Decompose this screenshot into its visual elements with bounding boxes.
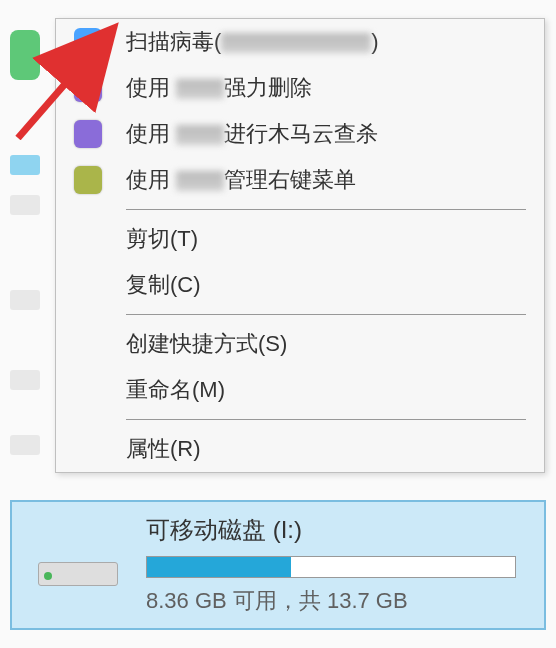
drive-title: 可移动磁盘 (I:) bbox=[146, 514, 528, 546]
app-icon bbox=[74, 166, 102, 194]
drive-item-removable-disk[interactable]: 可移动磁盘 (I:) 8.36 GB 可用，共 13.7 GB bbox=[10, 500, 546, 630]
menu-item-label: 属性(R) bbox=[126, 434, 201, 464]
app-icon bbox=[74, 74, 102, 102]
menu-item-create-shortcut[interactable]: 创建快捷方式(S) bbox=[56, 321, 544, 367]
shield-icon bbox=[74, 28, 102, 56]
menu-item-cut[interactable]: 剪切(T) bbox=[56, 216, 544, 262]
drive-usage-bar bbox=[146, 556, 516, 578]
menu-item-copy[interactable]: 复制(C) bbox=[56, 262, 544, 308]
menu-item-label: 重命名(M) bbox=[126, 375, 225, 405]
menu-item-properties[interactable]: 属性(R) bbox=[56, 426, 544, 472]
removable-disk-icon bbox=[38, 540, 118, 590]
menu-item-label: 使用 管理右键菜单 bbox=[126, 165, 356, 195]
app-icon bbox=[74, 120, 102, 148]
bg-drive-stub bbox=[10, 370, 40, 390]
drive-stats: 8.36 GB 可用，共 13.7 GB bbox=[146, 586, 528, 616]
menu-item-label: 使用 强力删除 bbox=[126, 73, 312, 103]
bg-drive-stub bbox=[10, 290, 40, 310]
menu-item-label: 扫描病毒() bbox=[126, 27, 379, 57]
menu-separator bbox=[126, 419, 526, 420]
menu-separator bbox=[126, 314, 526, 315]
drive-usage-fill bbox=[147, 557, 291, 577]
menu-item-label: 剪切(T) bbox=[126, 224, 198, 254]
bg-drive-stub bbox=[10, 30, 40, 80]
menu-item-rename[interactable]: 重命名(M) bbox=[56, 367, 544, 413]
menu-separator bbox=[126, 209, 526, 210]
menu-item-manage-context-menu[interactable]: 使用 管理右键菜单 bbox=[56, 157, 544, 203]
menu-item-label: 复制(C) bbox=[126, 270, 201, 300]
drive-info: 可移动磁盘 (I:) 8.36 GB 可用，共 13.7 GB bbox=[146, 514, 528, 616]
bg-drive-stub bbox=[10, 435, 40, 455]
bg-drive-stub bbox=[10, 155, 40, 175]
context-menu: 扫描病毒() 使用 强力删除 使用 进行木马云查杀 使用 管理右键菜单 剪切(T… bbox=[55, 18, 545, 473]
menu-item-scan-virus[interactable]: 扫描病毒() bbox=[56, 19, 544, 65]
menu-item-label: 创建快捷方式(S) bbox=[126, 329, 287, 359]
menu-item-trojan-scan[interactable]: 使用 进行木马云查杀 bbox=[56, 111, 544, 157]
menu-item-label: 使用 进行木马云查杀 bbox=[126, 119, 378, 149]
bg-drive-stub bbox=[10, 195, 40, 215]
menu-item-force-delete[interactable]: 使用 强力删除 bbox=[56, 65, 544, 111]
